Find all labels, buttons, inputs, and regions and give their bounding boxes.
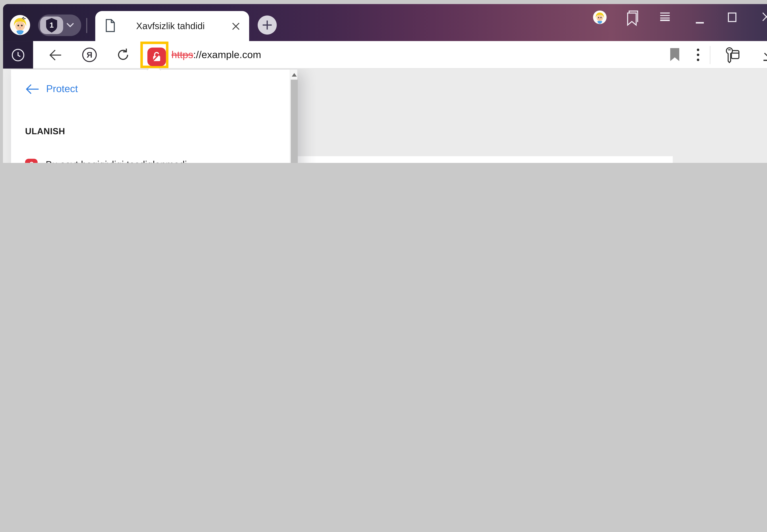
scrollbar-thumb[interactable]	[291, 80, 298, 163]
tab-group-count: 1	[45, 21, 59, 29]
bookmark-icon[interactable]	[670, 48, 680, 62]
protect-panel: Protect ULANISH Bu sayt haqiqiyligi tasd…	[11, 70, 297, 163]
plus-icon	[262, 20, 272, 30]
yandex-glyph: Я	[87, 51, 92, 59]
scrollbar-up-button[interactable]	[290, 70, 298, 80]
tab-group-button[interactable]: 1	[38, 15, 81, 36]
panel-caret	[147, 69, 161, 77]
collections-bookmark-icon[interactable]	[626, 10, 639, 26]
sidebar-history-button[interactable]	[3, 41, 33, 69]
back-icon[interactable]	[49, 49, 62, 61]
avatar-girl-icon	[10, 15, 30, 35]
window-close-icon[interactable]	[762, 12, 767, 21]
screenshot-stage: 1 Xavfsizlik tahdidi	[0, 0, 767, 163]
panel-scrollbar[interactable]	[290, 70, 297, 163]
protect-badge-button[interactable]	[147, 47, 166, 66]
avatar-girl-icon	[593, 11, 607, 24]
menu-icon[interactable]	[660, 13, 670, 21]
clock-history-icon	[11, 49, 25, 62]
account-avatar[interactable]	[593, 11, 607, 24]
url-scheme: https	[171, 49, 193, 61]
address-bar[interactable]: https://example.com	[171, 41, 261, 69]
new-tab-button[interactable]	[258, 15, 277, 34]
download-icon[interactable]	[762, 47, 767, 62]
tab-security-threat[interactable]: Xavfsizlik tahdidi	[95, 11, 249, 41]
tab-group-chip: 1	[40, 17, 63, 34]
minimize-icon[interactable]	[696, 22, 704, 23]
certificate-warning-text: Bu sayt haqiqiyligi tasdiqlanmadi. • Bu …	[46, 157, 286, 163]
insecure-badge-icon	[25, 159, 38, 163]
kebab-menu-icon[interactable]	[697, 49, 699, 61]
tab-title: Xavfsizlik tahdidi	[125, 21, 216, 32]
page-document-icon	[105, 19, 115, 32]
chevron-down-icon[interactable]	[66, 23, 74, 28]
profile-avatar[interactable]	[10, 15, 30, 35]
passwords-key-icon[interactable]	[723, 47, 740, 63]
tab-strip-divider	[86, 18, 87, 33]
url-text: ://example.com	[193, 49, 261, 61]
error-card	[246, 156, 673, 163]
insecure-lock-icon	[151, 51, 162, 63]
annotation-highlight-box	[140, 42, 168, 68]
page-content: nishni o'rnatib bo'lmaydi https://exampl…	[3, 69, 767, 163]
panel-back-button[interactable]: Protect	[26, 83, 78, 95]
toolbar-divider	[710, 46, 710, 64]
browser-window: 1 Xavfsizlik tahdidi	[3, 4, 767, 163]
panel-back-label: Protect	[46, 83, 78, 95]
tab-strip: 1 Xavfsizlik tahdidi	[3, 4, 767, 41]
maximize-icon[interactable]	[728, 13, 736, 22]
reload-icon[interactable]	[116, 48, 130, 62]
back-arrow-icon	[26, 84, 39, 94]
tab-count-shield-icon: 1	[45, 17, 59, 33]
tab-close-icon[interactable]	[232, 22, 240, 31]
address-toolbar: Я https://example.com	[3, 41, 767, 69]
triangle-up-icon	[292, 73, 297, 76]
section-connection: ULANISH	[25, 126, 65, 137]
yandex-search-icon[interactable]: Я	[82, 47, 97, 62]
